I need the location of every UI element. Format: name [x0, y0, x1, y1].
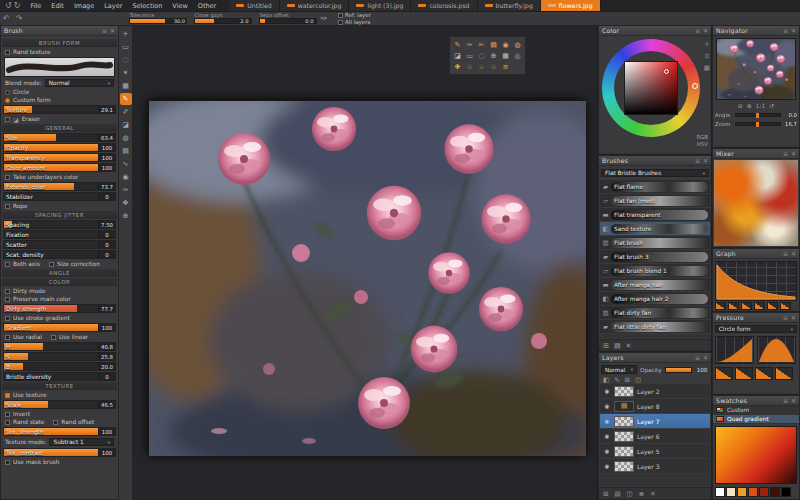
mini-swatch-5[interactable]: [770, 487, 780, 497]
panel-close-icon[interactable]: ✕: [703, 354, 708, 361]
section-general[interactable]: GENERAL: [2, 124, 117, 132]
quick-eraser-icon[interactable]: ◪: [452, 50, 463, 61]
brush-item-flat-transparent[interactable]: ▬Flat transparent: [600, 208, 710, 222]
brush-item-flat-dirty-fan[interactable]: ▥Flat dirty fan: [600, 306, 710, 320]
menu-image[interactable]: Image: [69, 0, 99, 11]
brush-item-flat-brush-blend-1[interactable]: ▱Flat brush blend 1: [600, 264, 710, 278]
brush-item-flat-flame[interactable]: ▰Flat flame: [600, 180, 710, 194]
new-folder-icon[interactable]: ▤: [614, 490, 620, 498]
tab-butterfly-jpg[interactable]: butterfly.jpg: [478, 0, 541, 11]
mixer-canvas[interactable]: [714, 160, 798, 246]
checkbox-use-linear[interactable]: Use linear: [51, 333, 88, 341]
checkbox-use-stroke-gradient[interactable]: Use stroke gradient: [5, 314, 114, 322]
menu-edit[interactable]: Edit: [46, 0, 69, 11]
checkbox-rope[interactable]: Rope: [5, 202, 114, 210]
magic-wand-tool[interactable]: ✶: [120, 67, 132, 79]
quick-stamp-icon[interactable]: ◉: [500, 39, 511, 50]
section-color[interactable]: COLOR: [2, 278, 117, 286]
swatch-set-quad-gradient[interactable]: Quad gradient: [713, 415, 799, 424]
zoom-tool[interactable]: ⊕: [120, 210, 132, 222]
slider-texture[interactable]: Texture29.1: [3, 105, 116, 114]
checkbox-use-texture[interactable]: Use texture: [5, 391, 114, 399]
slider-tex-contrast[interactable]: Tex. contrast100: [3, 448, 116, 457]
pressure-opacity-curve[interactable]: [757, 336, 796, 364]
brush-folder-icon[interactable]: ▤: [614, 342, 621, 350]
quad-gradient-preview[interactable]: [715, 426, 797, 484]
nav-zoom-slider[interactable]: Zoom16.7: [715, 119, 797, 128]
pressure-size-curve[interactable]: [715, 336, 754, 364]
tab-flowers-jpg[interactable]: flowers.jpg: [541, 0, 601, 11]
panel-close-icon[interactable]: ✕: [703, 157, 708, 164]
panel-close-icon[interactable]: ✕: [791, 397, 796, 404]
slider-s[interactable]: S25.8: [3, 352, 116, 361]
checkbox-take-underlayers-color[interactable]: Take underlayers color: [5, 173, 114, 181]
hue-marker[interactable]: [692, 83, 698, 89]
slider-extends-color[interactable]: Extends color73.7: [3, 182, 116, 191]
new-brush-icon[interactable]: ⊞: [603, 342, 609, 350]
brush-item-flat-little-dirty-fan[interactable]: ▰Flat little dirty fan: [600, 320, 710, 334]
pressure-preset[interactable]: [775, 367, 793, 380]
slider-scale[interactable]: Scale46.5: [3, 400, 116, 409]
visibility-eye-icon[interactable]: ◉: [603, 388, 611, 394]
checkbox-both-axis[interactable]: Both axis: [5, 260, 40, 268]
graph-preset[interactable]: [741, 302, 752, 310]
panel-menu-icon[interactable]: ≡: [783, 397, 788, 404]
pressure-preset[interactable]: [735, 367, 753, 380]
layer-row-layer-5[interactable]: ◉Layer 5: [600, 444, 710, 459]
quick-pen-icon[interactable]: ✑: [464, 39, 475, 50]
quick-grid-icon[interactable]: ▦: [500, 50, 511, 61]
quickbar-menu-icon[interactable]: ≡: [500, 61, 511, 72]
panel-close-icon[interactable]: ✕: [791, 314, 796, 321]
layer-mask-icon[interactable]: ◫: [627, 490, 633, 498]
layer-row-layer-8[interactable]: ◉▤Layer 8: [600, 399, 710, 414]
panel-close-icon[interactable]: ✕: [791, 27, 796, 34]
slider-b[interactable]: B20.0: [3, 362, 116, 371]
toolbar-slider-tolerance[interactable]: Tolerance30.0: [129, 13, 187, 24]
visibility-eye-icon[interactable]: ◉: [603, 418, 611, 424]
quick-brush-icon[interactable]: ✎: [452, 39, 463, 50]
color-grid-icon[interactable]: ▦: [704, 64, 710, 72]
toolbar-slider-close-gaps[interactable]: Close gaps2.0: [194, 13, 252, 24]
radio-circle[interactable]: Circle: [5, 88, 114, 96]
move-tool[interactable]: +: [120, 28, 132, 40]
slider-scatter[interactable]: Scatter0: [3, 240, 116, 249]
tab-watercolor-jpg[interactable]: watercolor.jpg: [280, 0, 350, 11]
toolbar-check-ref-layer[interactable]: Ref. layer: [338, 12, 371, 18]
panel-close-icon[interactable]: ✕: [110, 27, 115, 34]
checkbox-rand-offset[interactable]: Rand offset: [53, 418, 94, 426]
zoom-100-button[interactable]: 1:1: [756, 102, 766, 109]
menu-view[interactable]: View: [167, 0, 192, 11]
crop-tool[interactable]: ▦: [120, 80, 132, 92]
checkbox-use-radial[interactable]: Use radial: [5, 333, 42, 341]
panel-menu-icon[interactable]: ≡: [695, 27, 700, 34]
mini-swatch-0[interactable]: [715, 487, 725, 497]
slider-fixation[interactable]: Fixation0: [3, 230, 116, 239]
history-forward-icon[interactable]: ↻: [14, 1, 21, 10]
undo-icon[interactable]: ↶: [0, 14, 13, 23]
brush-item-flat-brush[interactable]: ▥Flat brush: [600, 236, 710, 250]
slider-transparency[interactable]: Transparency100: [3, 153, 116, 162]
quick-circle-icon[interactable]: ◎: [512, 50, 523, 61]
brush-item-flat-brush-3[interactable]: ▰Flat brush 3: [600, 250, 710, 264]
saturation-brightness-square[interactable]: [624, 61, 678, 115]
tab-light-3-jpg[interactable]: light (3).jpg: [349, 0, 411, 11]
menu-layer[interactable]: Layer: [99, 0, 127, 11]
slider-gradient[interactable]: Gradient100: [3, 323, 116, 332]
favorite-star-2[interactable]: ☆: [476, 61, 487, 72]
clone-stamp-tool[interactable]: ◉: [120, 171, 132, 183]
mini-swatch-2[interactable]: [737, 487, 747, 497]
slider-dirty-strength[interactable]: Dirty strength77.7: [3, 304, 116, 313]
mini-swatch-1[interactable]: [726, 487, 736, 497]
zoom-in-icon[interactable]: ⊕: [747, 102, 752, 109]
brush-item-after-manga-hair-2[interactable]: ◧After manga hair 2: [600, 292, 710, 306]
rgb-label[interactable]: RGB: [696, 134, 708, 141]
gradient-tool[interactable]: ▤: [120, 145, 132, 157]
new-layer-icon[interactable]: ⊞: [603, 490, 608, 498]
lasso-tool[interactable]: ◌: [120, 54, 132, 66]
eyedropper-tool[interactable]: ✑: [120, 184, 132, 196]
checkbox-invert[interactable]: Invert: [5, 410, 114, 418]
zoom-out-icon[interactable]: ⊖: [738, 102, 743, 109]
opacity-slider[interactable]: [665, 367, 692, 373]
pressure-preset[interactable]: [715, 367, 733, 380]
menu-other[interactable]: Other: [193, 0, 221, 11]
